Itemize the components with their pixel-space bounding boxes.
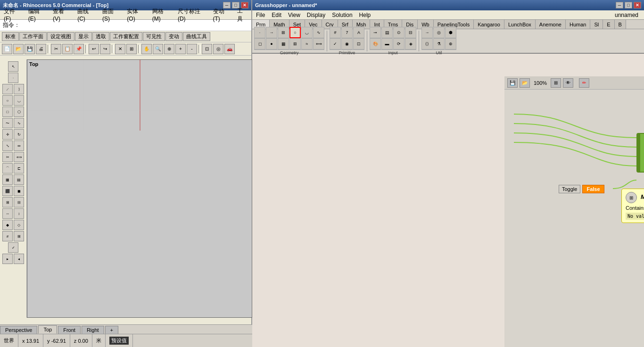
gh-tab-anemone[interactable]: Anemone xyxy=(536,20,566,29)
gh-menu-file[interactable]: File xyxy=(254,11,267,19)
tool-arc[interactable]: ◡ xyxy=(14,95,24,106)
menu-tools[interactable]: 工具 xyxy=(235,7,249,24)
tool-rotate[interactable]: ↻ xyxy=(14,129,24,140)
rhino-viewport[interactable]: Top y x xyxy=(27,59,252,318)
tool-offset[interactable]: ⊏ xyxy=(14,163,24,174)
tool-fillet[interactable]: ⌒ xyxy=(2,163,13,174)
gh-icon-util3[interactable]: ⊕ xyxy=(445,38,456,50)
gh-icon-num[interactable]: # xyxy=(330,27,341,38)
tool-zoom-ext[interactable]: ⊕ xyxy=(164,44,174,54)
tool-circle[interactable]: ○ xyxy=(2,95,13,106)
tool-copy[interactable]: 📋 xyxy=(62,44,73,54)
tab-transform[interactable]: 变动 xyxy=(165,32,182,41)
menu-view[interactable]: 查看(V) xyxy=(51,7,72,23)
menu-curve[interactable]: 曲线(C) xyxy=(75,7,97,23)
tool-snap[interactable]: ⊡ xyxy=(202,44,212,54)
gh-icon-btn[interactable]: ⊙ xyxy=(393,27,405,38)
tool-render2[interactable]: ◇ xyxy=(14,220,24,230)
tool-print[interactable]: 🖨 xyxy=(36,44,46,54)
tool-paste[interactable]: 📌 xyxy=(74,44,84,54)
gh-canvas[interactable]: Force objects Out AnchorPoints Iteration… xyxy=(504,76,644,347)
tab-viewport[interactable]: 工作窗配置 xyxy=(110,32,142,41)
tool-scale[interactable]: ⤡ xyxy=(2,140,13,151)
gh-maximize-btn[interactable]: □ xyxy=(625,2,632,8)
tool-dim1[interactable]: ↔ xyxy=(2,208,13,219)
gh-icon-curve[interactable]: ∿ xyxy=(313,27,324,38)
gh-view-btn[interactable]: 👁 xyxy=(563,78,573,88)
tool-solid2[interactable]: ◼ xyxy=(14,186,24,196)
gh-icon-toggle[interactable]: ⊟ xyxy=(405,27,416,38)
tool-cut[interactable]: ✂ xyxy=(51,44,61,54)
view-tab-right[interactable]: Right xyxy=(82,326,104,334)
gh-toggle-node[interactable]: Toggle False xyxy=(559,185,604,193)
gh-kangaroo-node[interactable]: Force objects Out AnchorPoints Iteration… xyxy=(636,133,644,173)
tool-zoom-win[interactable]: 🔍 xyxy=(153,44,163,54)
gh-icon-field[interactable]: ≈ xyxy=(301,38,313,50)
gh-icon-script[interactable]: ⟨⟩ xyxy=(421,38,433,50)
view-tab-add[interactable]: + xyxy=(105,326,118,334)
view-tab-front[interactable]: Front xyxy=(58,326,81,334)
gh-menu-view[interactable]: View xyxy=(286,11,302,19)
tool-delete[interactable]: ✕ xyxy=(115,44,125,54)
gh-icon-trans[interactable]: ⟺ xyxy=(313,38,324,50)
gh-icon-int-icon[interactable]: 7 xyxy=(341,27,353,38)
tool-open[interactable]: 📂 xyxy=(13,44,24,54)
gh-tab-kangaroo[interactable]: Kangaroo xyxy=(474,20,504,29)
gh-icon-pipe[interactable]: → xyxy=(421,27,433,38)
tool-arrow[interactable]: ↖ xyxy=(8,61,18,72)
gh-icon-picker[interactable]: 🎨 xyxy=(370,38,381,50)
tool-grid1[interactable]: # xyxy=(2,231,13,241)
tool-car[interactable]: 🚗 xyxy=(224,44,235,54)
tool-undo[interactable]: ↩ xyxy=(89,44,99,54)
gh-pen-btn[interactable]: ✏ xyxy=(579,78,589,88)
gh-mesh-tooltip[interactable]: ⊞ Mesh Contains a collection of polygon … xyxy=(621,189,644,223)
gh-icon-grad[interactable]: ▬ xyxy=(381,38,393,50)
tool-extra1[interactable]: ▸ xyxy=(2,254,13,264)
gh-tab-lunchbox[interactable]: LunchBox xyxy=(504,20,536,29)
tool-polygon[interactable]: ⬡ xyxy=(14,107,24,117)
gh-close-btn[interactable]: ✕ xyxy=(634,2,641,8)
tab-standard[interactable]: 标准 xyxy=(2,32,19,41)
menu-file[interactable]: 文件(F) xyxy=(2,7,23,23)
menu-mesh[interactable]: 网格(M) xyxy=(150,7,172,23)
gh-icon-surf[interactable]: ▦ xyxy=(278,38,289,50)
gh-icon-cluster[interactable]: ⬢ xyxy=(445,27,456,38)
tool-mesh2[interactable]: ⊟ xyxy=(14,197,24,207)
gh-icon-circle[interactable]: ○ xyxy=(289,27,301,38)
tool-polyline[interactable]: ⟩ xyxy=(14,84,24,94)
menu-surface[interactable]: 曲面(S) xyxy=(100,7,121,23)
gh-icon-mesh-g[interactable]: ⊞ xyxy=(289,38,301,50)
menu-transform[interactable]: 变动(T) xyxy=(211,7,232,23)
gh-tab-sl[interactable]: Sl xyxy=(590,20,603,29)
gh-icon-pt[interactable]: · xyxy=(254,27,265,38)
tab-setview[interactable]: 设定视图 xyxy=(47,32,74,41)
menu-solid[interactable]: 实体(O) xyxy=(125,7,146,23)
tab-curvetools[interactable]: 曲线工具 xyxy=(183,32,210,41)
view-tab-perspective[interactable]: Perspective xyxy=(0,326,37,334)
tool-move[interactable]: ✛ xyxy=(2,129,13,140)
tool-redo[interactable]: ↪ xyxy=(100,44,110,54)
gh-icon-sphere[interactable]: ● xyxy=(266,38,277,50)
gh-icon-plane[interactable]: ⊞ xyxy=(278,27,289,38)
tool-zoom-out[interactable]: - xyxy=(187,44,197,54)
gh-open-btn[interactable]: 📂 xyxy=(520,78,530,88)
gh-icon-util2[interactable]: ⚗ xyxy=(433,38,445,50)
gh-icon-txt[interactable]: A xyxy=(353,27,364,38)
gh-zoom-btn[interactable]: ⊞ xyxy=(551,78,561,88)
gh-menu-display[interactable]: Display xyxy=(305,11,327,19)
tool-surface2[interactable]: ▤ xyxy=(14,174,24,185)
tool-rect[interactable]: □ xyxy=(2,107,13,117)
tool-extra2[interactable]: ◂ xyxy=(14,254,24,264)
tab-visible[interactable]: 可见性 xyxy=(143,32,165,41)
menu-dimension[interactable]: 尺寸标注(D) xyxy=(176,7,207,23)
gh-tab-b[interactable]: B xyxy=(615,20,626,29)
tool-dim2[interactable]: ↕ xyxy=(14,208,24,219)
view-tab-top[interactable]: Top xyxy=(38,325,57,334)
tool-mirror[interactable]: ⇔ xyxy=(14,140,24,151)
menu-edit[interactable]: 编辑(E) xyxy=(26,7,47,23)
tool-check[interactable]: ✓ xyxy=(8,242,18,253)
tool-extend[interactable]: ⟺ xyxy=(14,152,24,162)
tool-render1[interactable]: ◆ xyxy=(2,220,13,230)
gh-icon-relay[interactable]: ◎ xyxy=(433,27,445,38)
tool-osnap[interactable]: ◎ xyxy=(213,44,223,54)
